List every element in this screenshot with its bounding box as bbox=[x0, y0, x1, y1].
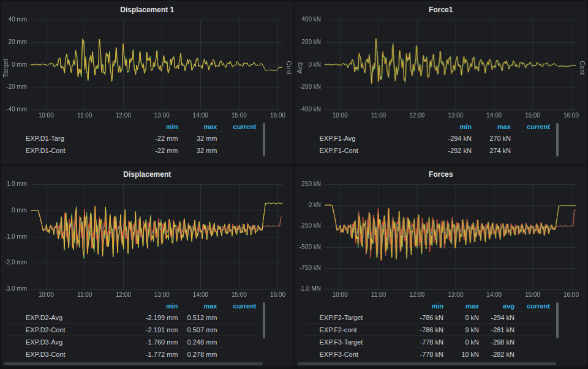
legend-value-max: 0.512 mm bbox=[182, 314, 221, 321]
legend-value-max: 0 kN bbox=[447, 314, 483, 321]
legend-column-header-current: current bbox=[518, 302, 554, 310]
legend-row: EXP.F2-Target-786 kN0 kN-294 kN bbox=[303, 311, 554, 323]
legend-column-header-max: max bbox=[475, 123, 514, 130]
legend-value-max: 274 kN bbox=[475, 147, 514, 154]
horizontal-scrollbar-thumb[interactable] bbox=[298, 362, 557, 365]
legend-row: EXP.D2-Cont-2.191 mm0.507 mm bbox=[9, 323, 260, 335]
legend-column-header-max: max bbox=[182, 123, 221, 130]
legend-value-min: -778 kN bbox=[412, 338, 447, 346]
series-color-icon[interactable] bbox=[303, 338, 318, 346]
series-color-icon[interactable] bbox=[303, 326, 318, 334]
legend-value-min: -786 kN bbox=[412, 326, 447, 334]
panel-forces: ForcesminmaxavgcurrentEXP.F2-Target-786 … bbox=[295, 166, 587, 366]
legend-row: EXP.D2-Avg-2.199 mm0.512 mm bbox=[9, 311, 260, 323]
legend-series-name[interactable]: EXP.D1-Cont bbox=[24, 147, 143, 154]
legend-value-min: -1.760 mm bbox=[143, 338, 182, 346]
legend: minmaxcurrentEXP.F1-Avg-294 kN270 kNEXP.… bbox=[303, 122, 582, 162]
legend-value-avg: -298 kN bbox=[483, 338, 518, 346]
legend-series-name[interactable]: EXP.D2-Avg bbox=[24, 314, 143, 321]
horizontal-scrollbar-thumb[interactable] bbox=[4, 362, 263, 365]
chart-canvas[interactable] bbox=[1, 181, 293, 299]
legend-series-name[interactable]: EXP.D3-Avg bbox=[24, 338, 143, 346]
legend-series-name[interactable]: EXP.D1-Targ bbox=[24, 135, 143, 142]
chart-area bbox=[1, 181, 293, 299]
legend-row: EXP.F3-Cont-778 kN10 kN-282 kN bbox=[303, 348, 554, 360]
legend-scrollbar-thumb[interactable] bbox=[556, 302, 559, 338]
legend-column-header-current: current bbox=[221, 302, 260, 310]
legend-scrollbar-thumb[interactable] bbox=[556, 123, 559, 157]
panel-displacement: DisplacementminmaxcurrentEXP.D2-Avg-2.19… bbox=[1, 166, 293, 366]
legend-value-max: 0.278 mm bbox=[182, 351, 221, 358]
legend: minmaxcurrentEXP.D1-Targ-22 mm32 mmEXP.D… bbox=[9, 122, 288, 162]
chart-canvas[interactable] bbox=[295, 181, 587, 299]
legend-value-max: 32 mm bbox=[182, 135, 221, 142]
legend-value-min: -2.199 mm bbox=[143, 314, 182, 321]
legend-row: EXP.F3-Target-778 kN0 kN-298 kN bbox=[303, 335, 554, 348]
legend-column-header-current: current bbox=[514, 123, 554, 130]
legend-value-max: 32 mm bbox=[182, 147, 221, 154]
panel-title[interactable]: Force1 bbox=[295, 1, 587, 16]
chart-canvas[interactable] bbox=[1, 16, 293, 120]
legend-series-name[interactable]: EXP.F1-Cont bbox=[318, 147, 437, 154]
legend-value-avg: -294 kN bbox=[483, 314, 518, 321]
legend-series-name[interactable]: EXP.F3-Target bbox=[318, 338, 412, 346]
legend-value-min: -292 kN bbox=[436, 147, 475, 154]
legend-value-max: 270 kN bbox=[475, 135, 514, 142]
legend-column-header-max: max bbox=[447, 302, 483, 310]
legend-series-name[interactable]: EXP.F2-cont bbox=[318, 326, 412, 334]
series-color-icon[interactable] bbox=[9, 351, 24, 358]
right-axis-label: Cont bbox=[579, 61, 586, 75]
panel-title[interactable]: Displacement 1 bbox=[1, 1, 293, 16]
series-color-icon[interactable] bbox=[9, 326, 24, 334]
series-color-icon[interactable] bbox=[9, 338, 24, 346]
legend-value-min: -1.772 mm bbox=[143, 351, 182, 358]
legend-row: EXP.F1-Cont-292 kN274 kN bbox=[303, 144, 554, 156]
legend-series-name[interactable]: EXP.D2-Cont bbox=[24, 326, 143, 334]
series-color-icon[interactable] bbox=[303, 135, 318, 142]
legend-value-min: -22 mm bbox=[143, 147, 182, 154]
legend-value-min: -786 kN bbox=[412, 314, 447, 321]
chart-area bbox=[295, 181, 587, 299]
legend-row: EXP.D1-Cont-22 mm32 mm bbox=[9, 144, 260, 156]
legend-value-max: 0.507 mm bbox=[182, 326, 221, 334]
left-axis-label: Target bbox=[2, 59, 9, 78]
legend-column-header-min: min bbox=[412, 302, 447, 310]
legend-scrollbar-thumb[interactable] bbox=[263, 302, 265, 338]
panel-title[interactable]: Forces bbox=[295, 166, 587, 181]
series-color-icon[interactable] bbox=[303, 147, 318, 154]
legend: minmaxcurrentEXP.D2-Avg-2.199 mm0.512 mm… bbox=[9, 301, 288, 363]
legend-value-max: 0.248 mm bbox=[182, 338, 221, 346]
legend-row: EXP.D3-Avg-1.760 mm0.248 mm bbox=[9, 335, 260, 348]
legend-series-name[interactable]: EXP.F3-Cont bbox=[318, 351, 412, 358]
legend: minmaxavgcurrentEXP.F2-Target-786 kN0 kN… bbox=[303, 301, 582, 363]
panel-displacement-1: Displacement 1TargetContminmaxcurrentEXP… bbox=[1, 1, 293, 164]
legend-value-max: 0 kN bbox=[447, 338, 483, 346]
legend-header-row: minmaxcurrent bbox=[303, 122, 554, 132]
legend-column-header-avg: avg bbox=[483, 302, 518, 310]
series-color-icon[interactable] bbox=[9, 314, 24, 321]
right-axis-label: Cont bbox=[285, 61, 292, 75]
legend-value-max: 10 kN bbox=[447, 351, 483, 358]
series-color-icon[interactable] bbox=[9, 147, 24, 154]
chart-canvas[interactable] bbox=[295, 16, 587, 120]
dashboard: Displacement 1TargetContminmaxcurrentEXP… bbox=[0, 0, 588, 369]
legend-value-min: -778 kN bbox=[412, 351, 447, 358]
legend-value-min: -294 kN bbox=[436, 135, 475, 142]
legend-row: EXP.D1-Targ-22 mm32 mm bbox=[9, 132, 260, 144]
legend-series-name[interactable]: EXP.F2-Target bbox=[318, 314, 412, 321]
panel-title[interactable]: Displacement bbox=[1, 166, 293, 181]
series-color-icon[interactable] bbox=[9, 135, 24, 142]
legend-row: EXP.F1-Avg-294 kN270 kN bbox=[303, 132, 554, 144]
legend-column-header-min: min bbox=[436, 123, 475, 130]
series-color-icon[interactable] bbox=[303, 351, 318, 358]
legend-series-name[interactable]: EXP.F1-Avg bbox=[318, 135, 437, 142]
legend-column-header-min: min bbox=[143, 123, 182, 130]
series-color-icon[interactable] bbox=[303, 314, 318, 321]
chart-area: TargetCont bbox=[1, 16, 293, 120]
legend-scrollbar-thumb[interactable] bbox=[263, 123, 265, 157]
legend-series-name[interactable]: EXP.D3-Cont bbox=[24, 351, 143, 358]
left-axis-label: Avg bbox=[296, 62, 303, 74]
legend-row: EXP.D3-Cont-1.772 mm0.278 mm bbox=[9, 348, 260, 360]
legend-value-min: -2.191 mm bbox=[143, 326, 182, 334]
legend-column-header-current: current bbox=[221, 123, 260, 130]
